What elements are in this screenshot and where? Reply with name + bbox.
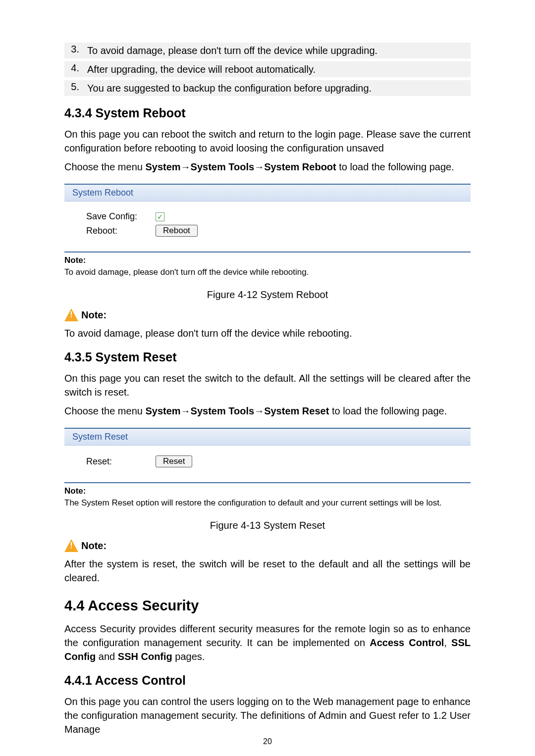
panel-body: Reset: Reset: [64, 446, 471, 477]
access-intro: Access Security provides different secur…: [64, 622, 471, 663]
panel-title: System Reset: [64, 429, 471, 446]
heading-access-control: 4.4.1 Access Control: [64, 673, 471, 688]
text-fragment: to load the following page.: [336, 161, 454, 172]
menu-segment: System: [145, 161, 180, 172]
reset-menu-path: Choose the menu System→System Tools→Syst…: [64, 404, 471, 418]
text-fragment: Choose the menu: [64, 161, 145, 172]
panel-title: System Reboot: [64, 185, 471, 202]
reset-intro: On this page you can reset the switch to…: [64, 371, 471, 399]
reset-label: Reset:: [86, 456, 156, 467]
panel-note-body: To avoid damage, please don't turn off t…: [64, 267, 471, 277]
list-number: 5.: [64, 81, 87, 93]
text-fragment: to load the following page.: [329, 405, 447, 416]
list-number: 4.: [64, 62, 87, 74]
save-config-label: Save Config:: [86, 211, 156, 222]
note-body-reset: After the system is reset, the switch wi…: [64, 557, 471, 585]
reboot-menu-path: Choose the menu System→System Tools→Syst…: [64, 160, 471, 174]
panel-divider: [64, 252, 471, 252]
list-text: To avoid damage, please don't turn off t…: [87, 44, 471, 57]
reset-row: Reset: Reset: [86, 455, 471, 467]
menu-segment: System Reset: [264, 405, 329, 416]
panel-body: Save Config: ✓ Reboot: Reboot: [64, 202, 471, 247]
arrow-icon: →: [181, 161, 191, 172]
list-item: 4. After upgrading, the device will rebo…: [64, 61, 471, 77]
menu-segment: System Reboot: [264, 161, 336, 172]
reboot-label: Reboot:: [86, 226, 156, 236]
note-label: Note:: [81, 540, 107, 552]
list-text: After upgrading, the device will reboot …: [87, 62, 471, 76]
list-item: 5. You are suggested to backup the confi…: [64, 80, 471, 96]
save-config-checkbox[interactable]: ✓: [156, 212, 164, 221]
menu-segment: System Tools: [191, 161, 255, 172]
heading-access-security: 4.4 Access Security: [64, 598, 471, 614]
reset-button[interactable]: Reset: [156, 455, 192, 467]
panel-note-title: Note:: [64, 486, 471, 496]
panel-note-body: The System Reset option will restore the…: [64, 498, 471, 508]
note-label: Note:: [81, 309, 107, 321]
note-heading: Note:: [64, 539, 471, 552]
system-reset-panel: System Reset Reset: Reset Note: The Syst…: [64, 428, 471, 508]
menu-segment: System Tools: [191, 405, 255, 416]
page-ref: Access Control: [370, 637, 444, 648]
note-heading: Note:: [64, 308, 471, 321]
reboot-row: Reboot: Reboot: [86, 225, 471, 237]
text-fragment: Choose the menu: [64, 405, 145, 416]
text-fragment: ,: [444, 637, 451, 648]
heading-reset: 4.3.5 System Reset: [64, 350, 471, 364]
arrow-icon: →: [254, 405, 264, 416]
arrow-icon: →: [254, 161, 264, 172]
figure-caption-reboot: Figure 4-12 System Reboot: [64, 289, 471, 301]
warning-icon: [64, 539, 78, 552]
heading-reboot: 4.3.4 System Reboot: [64, 106, 471, 120]
text-fragment: pages.: [172, 651, 205, 662]
warning-icon: [64, 308, 78, 321]
system-reboot-panel: System Reboot Save Config: ✓ Reboot: Reb…: [64, 184, 471, 277]
save-config-row: Save Config: ✓: [86, 211, 471, 222]
note-body-reboot: To avoid damage, please don't turn off t…: [64, 326, 471, 340]
list-number: 3.: [64, 44, 87, 55]
reboot-button[interactable]: Reboot: [156, 225, 198, 237]
menu-segment: System: [145, 405, 180, 416]
list-text: You are suggested to backup the configur…: [87, 81, 471, 95]
panel-note-title: Note:: [64, 255, 471, 265]
figure-caption-reset: Figure 4-13 System Reset: [64, 520, 471, 531]
access-control-intro: On this page you can control the users l…: [64, 695, 471, 736]
text-fragment: and: [96, 651, 117, 662]
reboot-intro: On this page you can reboot the switch a…: [64, 127, 471, 155]
page-number: 20: [0, 737, 535, 746]
page-ref: SSH Config: [118, 651, 172, 662]
panel-divider: [64, 482, 471, 483]
list-item: 3. To avoid damage, please don't turn of…: [64, 43, 471, 58]
arrow-icon: →: [181, 405, 191, 416]
